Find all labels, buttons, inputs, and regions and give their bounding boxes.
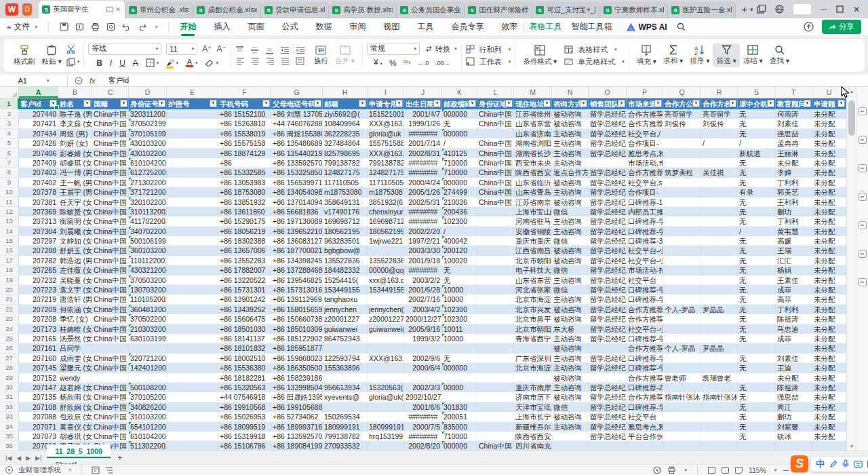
cell[interactable]: 合作方推荐 — [627, 314, 663, 324]
cell[interactable]: chenxinyur — [368, 207, 404, 216]
cell[interactable]: +86 18595187720 — [271, 343, 323, 353]
cell[interactable] — [442, 373, 477, 383]
cell[interactable]: 360481200304020026 — [129, 305, 167, 314]
cell[interactable]: 100020 — [442, 256, 477, 265]
cell[interactable]: xxx@163.c( — [368, 276, 404, 285]
cell[interactable]: China中国 — [92, 265, 129, 275]
column-header[interactable]: O — [589, 87, 627, 98]
cell[interactable]: +86 18099519 — [218, 422, 271, 432]
cell[interactable]: 东大桥 — [552, 324, 589, 334]
cell[interactable]: +86 18002510 — [218, 354, 271, 363]
cell[interactable]: 主动咨询 — [552, 383, 589, 392]
cell[interactable]: 口碑推荐-学 — [627, 285, 663, 294]
align-left-icon[interactable] — [236, 57, 245, 65]
menu-item[interactable]: 插入 — [212, 18, 231, 35]
row-number[interactable]: 36 — [0, 441, 19, 451]
cell[interactable]: v17490176 — [323, 207, 368, 216]
font-name-select[interactable]: 等线▾ — [88, 43, 161, 55]
cell[interactable]: 370502200012272047 — [129, 314, 167, 324]
cell[interactable]: 被动咨询 — [552, 343, 589, 353]
font-color-button[interactable]: A — [186, 58, 193, 67]
cell[interactable]: China中国 — [92, 383, 129, 392]
cell[interactable]: gloria@uk — [368, 129, 404, 138]
cell[interactable]: +86 56681836 — [271, 207, 323, 216]
cell[interactable] — [738, 441, 776, 451]
cell[interactable]: 184482332 — [323, 265, 368, 275]
row-number[interactable]: 23 — [0, 314, 19, 324]
cell[interactable]: +86 19910568 — [218, 402, 271, 412]
cell[interactable]: 主动咨询 — [552, 363, 589, 373]
cell[interactable] — [167, 227, 218, 236]
cell[interactable]: 赵君婷 (女 — [58, 383, 92, 392]
cell[interactable]: 207160 — [19, 354, 58, 363]
cell[interactable]: 3851932(6 — [368, 197, 404, 207]
align-middle-icon[interactable] — [250, 46, 259, 54]
cell[interactable]: China中国 — [92, 246, 129, 255]
column-header[interactable]: F — [218, 87, 271, 98]
cell[interactable]: +86 13220522 — [218, 276, 271, 285]
cell[interactable]: 青海省西宁 — [514, 334, 552, 343]
cell[interactable]: 留学总经纪 — [589, 305, 627, 314]
cell[interactable]: 无 — [738, 324, 776, 334]
print-preview-icon[interactable] — [667, 466, 676, 474]
redo-icon[interactable] — [138, 23, 146, 31]
cell[interactable]: 雅思考点,雅 — [627, 149, 663, 158]
filter-dropdown-icon[interactable]: ▼ — [618, 100, 625, 107]
filter-dropdown-icon[interactable]: ▼ — [210, 100, 217, 107]
cell[interactable] — [167, 441, 218, 451]
cell[interactable]: China中国 — [92, 334, 129, 343]
cell[interactable] — [663, 158, 701, 168]
cell[interactable]: 未分配 — [812, 314, 846, 324]
cell[interactable]: 蒯玏 — [776, 207, 812, 216]
cell[interactable]: China中国 — [92, 276, 129, 285]
cell[interactable]: 合作方推荐 — [627, 109, 663, 119]
cell[interactable] — [663, 265, 701, 275]
header-cell[interactable]: 合作方名▼ — [701, 98, 738, 109]
cell[interactable]: 亮哥留学 — [701, 109, 738, 119]
cell[interactable]: 主动咨询 — [552, 149, 589, 158]
vertical-scrollbar[interactable]: ▲ ▼ — [846, 87, 856, 451]
cell[interactable]: +86 18501030 — [218, 324, 271, 334]
cell[interactable]: 未分配 — [812, 168, 846, 177]
cell[interactable]: 207145 — [19, 363, 58, 373]
cell[interactable] — [477, 285, 514, 294]
cell[interactable]: 上海市宝山 — [514, 207, 552, 216]
header-cell[interactable]: 申请顾▼ — [812, 98, 846, 109]
cell[interactable]: +86 1850103098 — [271, 324, 323, 334]
row-number[interactable]: 34 — [0, 422, 19, 432]
cell[interactable]: 黄韦慧 — [776, 227, 812, 236]
cell[interactable]: 无 — [738, 119, 776, 128]
align-bottom-icon[interactable] — [265, 46, 274, 54]
cell[interactable] — [129, 373, 167, 383]
cell[interactable]: 207209 — [19, 305, 58, 314]
cell[interactable]: 2000/6/4 — [404, 363, 442, 373]
cell[interactable]: 无 — [738, 207, 776, 216]
cell[interactable]: hrq153199( — [368, 432, 404, 441]
cell[interactable]: ######## — [404, 158, 442, 168]
cell[interactable]: 150269534 — [323, 412, 368, 421]
cell[interactable]: 北京市朝阳 — [514, 324, 552, 334]
cell[interactable] — [323, 373, 368, 383]
sidebar-tool-icon[interactable] — [859, 193, 867, 201]
filter-dropdown-icon[interactable]: ▼ — [729, 100, 736, 107]
cell[interactable] — [167, 343, 218, 353]
table-style-button[interactable]: 表格样式▾ — [564, 45, 625, 54]
cell[interactable]: China中国 — [477, 158, 514, 168]
cell[interactable]: 2002/9/6 — [404, 354, 442, 363]
normal-view-icon[interactable] — [708, 467, 715, 474]
header-cell[interactable]: 现住地址▼ — [514, 98, 552, 109]
layout-icon[interactable] — [757, 5, 766, 14]
cell[interactable]: 北京市海淀 — [514, 294, 552, 304]
cell[interactable]: China中国 — [92, 207, 129, 216]
cell[interactable]: 207161 — [19, 343, 58, 353]
copy-icon[interactable] — [66, 58, 75, 66]
cell[interactable]: 社交平台 — [627, 412, 663, 421]
cell[interactable] — [167, 129, 218, 138]
cell[interactable]: 2001/6/28 — [404, 285, 442, 294]
select-all-corner[interactable] — [0, 87, 19, 98]
cell[interactable]: 956613934 — [323, 383, 368, 392]
distributed-icon[interactable] — [296, 57, 304, 65]
cell[interactable]: 有录 — [738, 187, 776, 197]
cell[interactable]: 2002/3/3 — [404, 383, 442, 392]
cell[interactable]: 无 — [738, 236, 776, 246]
